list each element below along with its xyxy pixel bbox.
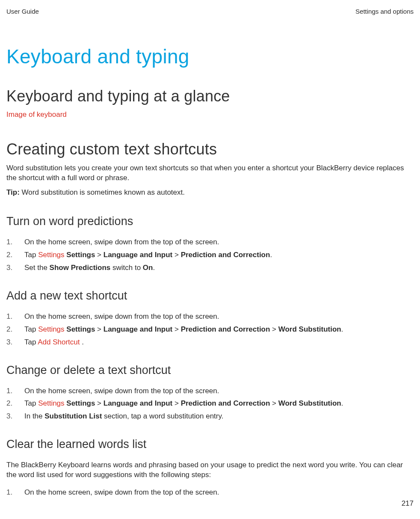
add-step-2: Tap Settings Settings > Language and Inp… [6, 325, 414, 335]
change-step-3: In the Substitution List section, tap a … [6, 412, 414, 421]
header-right-text: Settings and options [355, 8, 414, 15]
tip-label: Tip: [6, 188, 20, 196]
predictions-steps: On the home screen, swipe down from the … [6, 237, 414, 273]
predictions-step-1: On the home screen, swipe down from the … [6, 237, 414, 247]
page-header: User Guide Settings and options [6, 8, 414, 15]
add-shortcut-steps: On the home screen, swipe down from the … [6, 312, 414, 347]
settings-icon: Settings [38, 325, 64, 333]
clear-step-1: On the home screen, swipe down from the … [6, 488, 414, 498]
change-shortcut-steps: On the home screen, swipe down from the … [6, 386, 414, 422]
predictions-step-2: Tap Settings Settings > Language and Inp… [6, 250, 414, 260]
keyboard-image-placeholder: Image of keyboard [6, 110, 414, 119]
clear-words-h3: Clear the learned words list [6, 438, 414, 451]
shortcuts-intro-text: Word substitution lets you create your o… [6, 163, 414, 183]
section-shortcuts-h2: Creating custom text shortcuts [6, 140, 414, 158]
shortcuts-tip-text: Tip: Word substitution is sometimes know… [6, 188, 414, 197]
add-step-1: On the home screen, swipe down from the … [6, 312, 414, 322]
add-step-3: Tap Add Shortcut . [6, 338, 414, 347]
settings-icon: Settings [38, 399, 64, 407]
tip-body: Word substitution is sometimes known as … [20, 188, 185, 196]
page-title-h1: Keyboard and typing [6, 45, 414, 68]
add-shortcut-icon: Add Shortcut [38, 338, 80, 346]
predictions-h3: Turn on word predictions [6, 215, 414, 228]
page-number: 217 [402, 499, 414, 508]
clear-words-steps: On the home screen, swipe down from the … [6, 488, 414, 498]
clear-words-intro: The BlackBerry Keyboard learns words and… [6, 460, 414, 480]
header-left-text: User Guide [6, 8, 39, 15]
predictions-step-3: Set the Show Predictions switch to On. [6, 263, 414, 273]
add-shortcut-h3: Add a new text shortcut [6, 289, 414, 303]
change-step-1: On the home screen, swipe down from the … [6, 386, 414, 396]
change-shortcut-h3: Change or delete a text shortcut [6, 364, 414, 377]
settings-icon: Settings [38, 251, 64, 259]
section-glance-h2: Keyboard and typing at a glance [6, 87, 414, 105]
change-step-2: Tap Settings Settings > Language and Inp… [6, 399, 414, 409]
